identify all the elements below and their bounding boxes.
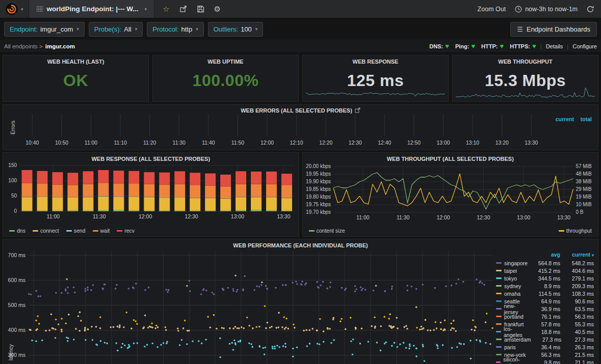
- external-link-icon[interactable]: [355, 107, 360, 113]
- breadcrumb[interactable]: All endpoints >: [4, 43, 43, 49]
- panel-web-errors: WEB ERRORS (ALL SELECTED PROBES) Errors …: [3, 104, 598, 150]
- svg-text:38 MiB: 38 MiB: [576, 179, 591, 185]
- grafana-menu[interactable]: ▾: [0, 0, 29, 18]
- variable-value: http: [181, 25, 193, 33]
- svg-text:13:00: 13:00: [231, 213, 244, 219]
- svg-text:20.00 kbps: 20.00 kbps: [306, 164, 331, 170]
- chevron-down-icon: ▾: [255, 26, 258, 32]
- legend-row-portland[interactable]: portland76.1 ms56.3 ms: [496, 313, 594, 320]
- sparkline: [456, 87, 595, 100]
- panel-title[interactable]: WEB ERRORS (ALL SELECTED PROBES): [3, 107, 598, 114]
- svg-text:13:30: 13:30: [557, 214, 570, 220]
- heart-icon: ♥: [500, 43, 504, 49]
- web-errors-chart[interactable]: 10:4010:5011:0011:1011:2011:3011:4011:50…: [15, 114, 595, 148]
- svg-text:12:20: 12:20: [319, 140, 332, 146]
- heart-icon: ♥: [445, 43, 449, 49]
- endpoint-dashboards-button[interactable]: ☰ Endpoint Dashboards: [510, 22, 597, 37]
- panel-title[interactable]: WEB THROUGHPUT (ALL SELECTED PROBES): [303, 153, 598, 162]
- svg-text:19.80 kbps: 19.80 kbps: [306, 194, 331, 200]
- panel-title[interactable]: WEB PERFORMANCE (EACH INDIVIDUAL PROBE): [3, 239, 598, 248]
- sort-avg[interactable]: avg: [529, 251, 560, 258]
- svg-text:12:40: 12:40: [378, 140, 391, 146]
- legend-item-recv[interactable]: recv: [117, 228, 135, 234]
- save-icon[interactable]: [197, 5, 204, 13]
- charts-row: WEB RESPONSE (ALL SELECTED PROBES) 05010…: [3, 152, 598, 237]
- status-ping: Ping: ♥: [455, 43, 475, 49]
- grafana-worldping-dashboard: ▾ worldPing Endpoint: |--- W... ▾ ☆ ⚙ Zo…: [0, 0, 601, 364]
- y-axis-label: latency: [8, 344, 14, 360]
- legend-row-new-jersey[interactable]: new-jersey36.9 ms63.5 ms: [496, 305, 594, 313]
- panel-title[interactable]: WEB UPTIME: [153, 55, 298, 65]
- heart-icon: ♥: [471, 43, 475, 49]
- gear-icon[interactable]: ⚙: [214, 5, 221, 13]
- variable-protocol[interactable]: Protocol: http ▾: [147, 22, 204, 37]
- legend-row-amsterdam[interactable]: amsterdam27.3 ms27.3 ms: [496, 335, 594, 343]
- zoom-out-button[interactable]: Zoom Out: [478, 6, 506, 13]
- variable-label: Probe(s):: [94, 25, 121, 33]
- legend-row-omaha[interactable]: omaha114.5 ms108.3 ms: [496, 290, 594, 297]
- variable-outliers[interactable]: Outliers: 100 ▾: [208, 22, 264, 37]
- dashboard-title-dropdown[interactable]: worldPing Endpoint: |--- W... ▾: [29, 0, 155, 18]
- svg-text:50: 50: [11, 193, 17, 199]
- refresh-icon[interactable]: [587, 6, 594, 13]
- variable-probes[interactable]: Probe(s): All ▾: [89, 22, 143, 37]
- legend-item-send[interactable]: send: [66, 228, 86, 234]
- legend-item-throughput[interactable]: throughput: [559, 228, 592, 234]
- legend-row-tokyo[interactable]: tokyo344.5 ms279.1 ms: [496, 274, 594, 282]
- variable-label: Endpoint:: [10, 25, 38, 33]
- svg-text:0 B: 0 B: [576, 210, 583, 215]
- web-throughput-lines[interactable]: 20.00 kbps57 MiB19.95 kbps48 MiB19.90 kb…: [304, 162, 597, 225]
- svg-text:13:10: 13:10: [466, 140, 479, 146]
- svg-text:13:30: 13:30: [525, 140, 538, 146]
- legend-row-silicon-valley[interactable]: silicon-valley9.8 ms21.1 ms: [496, 358, 594, 364]
- response-legend: dnsconnectsendwaitrecv: [9, 228, 293, 234]
- svg-text:13:30: 13:30: [277, 213, 290, 219]
- star-icon[interactable]: ☆: [163, 5, 169, 13]
- legend-item-dns[interactable]: dns: [9, 228, 25, 234]
- legend-table-header: avgcurrent ▾: [496, 251, 594, 258]
- legend-row-taipei[interactable]: taipei415.2 ms404.6 ms: [496, 267, 594, 274]
- svg-text:19.75 kbps: 19.75 kbps: [306, 202, 331, 208]
- legend-row-los-angeles[interactable]: los-angeles18.8 ms40.5 ms: [496, 328, 594, 335]
- svg-text:19.70 kbps: 19.70 kbps: [306, 210, 331, 215]
- svg-text:12:30: 12:30: [349, 140, 362, 146]
- panel-title[interactable]: WEB HEALTH (LAST): [3, 55, 148, 65]
- svg-text:500 ms: 500 ms: [8, 302, 25, 308]
- legend-row-sydney[interactable]: sydney8.9 ms209.3 ms: [496, 282, 594, 290]
- status-dns: DNS: ♥: [429, 43, 449, 49]
- variable-value: All: [124, 25, 131, 33]
- variable-endpoint[interactable]: Endpoint: imgur_com ▾: [4, 22, 85, 37]
- svg-text:12:00: 12:00: [260, 140, 274, 146]
- panel-title[interactable]: WEB THROUGHPUT: [453, 55, 598, 65]
- stat-value: 100.00%: [153, 71, 298, 90]
- variable-label: Outliers:: [214, 25, 238, 33]
- svg-text:100: 100: [8, 178, 17, 184]
- legend-item-connect[interactable]: connect: [33, 228, 59, 234]
- svg-text:600 ms: 600 ms: [8, 277, 25, 283]
- legend-row-singapore[interactable]: singapore564.8 ms548.2 ms: [496, 259, 594, 267]
- legend-item-wait[interactable]: wait: [93, 228, 110, 234]
- web-response-stacked-bars[interactable]: 05010015011:0011:3012:0012:3013:0013:30: [4, 162, 298, 225]
- time-range-picker[interactable]: now-3h to now-1m: [515, 6, 578, 13]
- legend-item-content-size[interactable]: content size: [309, 228, 345, 234]
- svg-text:19.95 kbps: 19.95 kbps: [306, 172, 331, 177]
- sparkline: [306, 87, 445, 100]
- panel-web-performance: WEB PERFORMANCE (EACH INDIVIDUAL PROBE) …: [3, 239, 598, 364]
- panel-title[interactable]: WEB RESPONSE (ALL SELECTED PROBES): [3, 153, 299, 162]
- configure-link[interactable]: Configure: [572, 43, 597, 49]
- svg-text:11:00: 11:00: [356, 214, 370, 220]
- details-link[interactable]: Details: [546, 43, 563, 49]
- svg-text:57 MiB: 57 MiB: [576, 164, 591, 170]
- share-icon[interactable]: [179, 5, 187, 13]
- svg-text:10 MiB: 10 MiB: [576, 202, 591, 208]
- endpoint-dashboards-label: Endpoint Dashboards: [527, 25, 590, 33]
- legend-row-paris[interactable]: paris36.4 ms26.3 ms: [496, 343, 594, 351]
- svg-text:11:30: 11:30: [93, 213, 106, 219]
- svg-text:13:00: 13:00: [517, 214, 530, 220]
- web-performance-scatter[interactable]: 700 ms600 ms500 ms400 ms300 ms: [4, 249, 495, 364]
- svg-text:150: 150: [8, 163, 17, 169]
- panel-title[interactable]: WEB RESPONSE: [303, 55, 448, 65]
- sort-current[interactable]: current ▾: [560, 251, 594, 258]
- svg-text:11:30: 11:30: [396, 214, 409, 220]
- panel-web-health: WEB HEALTH (LAST) OK: [3, 55, 149, 102]
